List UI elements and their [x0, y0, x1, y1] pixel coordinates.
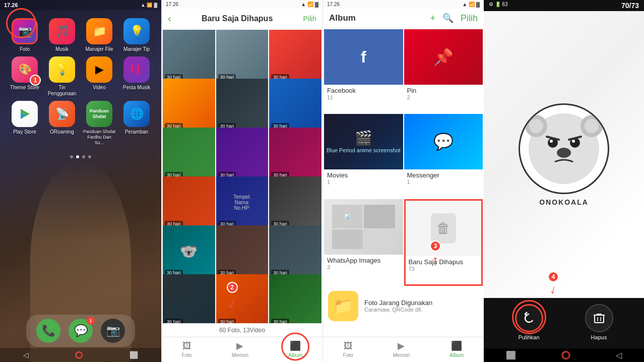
- app-icon-musik[interactable]: 🎵: [49, 18, 75, 44]
- deleted-header: ‹ Baru Saja Dihapus Pilih: [162, 9, 323, 29]
- restore-pulihkan[interactable]: Pulihkan: [515, 304, 543, 340]
- memori-icon-p3: ▶: [398, 340, 405, 351]
- app-icon-pesta-musik[interactable]: [123, 56, 150, 83]
- home-nav-back[interactable]: ◁: [23, 351, 29, 359]
- photo-thumb-7[interactable]: 30 hari: [163, 128, 215, 180]
- app-item-penggunaan[interactable]: 💡 Tin Penggunaan: [45, 56, 79, 97]
- album-item-pin[interactable]: 📌 Pin 2: [404, 29, 483, 113]
- nav-foto-panel2[interactable]: 🖼 Foto: [182, 341, 192, 358]
- album-item-whatsapp[interactable]: 📊 WhatsApp Images 3: [324, 199, 403, 286]
- app-item-oroaming[interactable]: 📡 ORoaming: [45, 101, 79, 145]
- restore-image-area: ONOKOALA: [484, 11, 644, 298]
- nav-album-panel2[interactable]: ⬛ Album: [288, 340, 302, 358]
- photo-thumb-1[interactable]: 30 hari: [163, 30, 215, 82]
- status-bar-panel2: 17.26 ▲ 📶 ▓: [162, 0, 323, 9]
- photo-thumb-16[interactable]: 30 hari: [163, 274, 215, 323]
- app-icon-manajer-tip[interactable]: 💡: [123, 18, 150, 44]
- hapus-label: Hapus: [591, 334, 607, 340]
- app-icon-theme-store[interactable]: 🎨 1: [12, 56, 38, 83]
- photo-thumb-8[interactable]: 30 hari: [216, 128, 269, 180]
- restore-status-bar: ⚙ 🔋 63 70/73: [484, 0, 644, 11]
- album-thumb-facebook: f: [324, 29, 403, 85]
- nav-album-panel3[interactable]: ⬛ Album: [449, 340, 464, 358]
- app-item-shalat[interactable]: PanduanShalat Panduan Sholat Fardhu Dan …: [83, 101, 116, 145]
- app-icon-peramban[interactable]: 🌐: [123, 101, 150, 127]
- app-icon-oroaming[interactable]: 📡: [49, 101, 75, 127]
- album-grid: f Facebook 11 📌 Pin 2 🎬 Blue Period anim…: [323, 28, 484, 337]
- app-icon-manajer-file[interactable]: 📁: [86, 18, 112, 44]
- home-nav-recent[interactable]: ⬜: [130, 351, 138, 359]
- hapus-svg: [593, 312, 605, 324]
- nav-foto-panel3[interactable]: 🖼 Foto: [343, 341, 353, 358]
- app-item-video[interactable]: ▶ Video: [83, 56, 116, 97]
- app-icon-penggunaan[interactable]: 💡: [49, 56, 75, 83]
- photo-thumb-9[interactable]: 30 hari: [269, 128, 321, 180]
- restore-nav-recent[interactable]: ⬜: [506, 350, 516, 360]
- album-item-baru[interactable]: 🗑 Baru Saja Dihapus 73: [404, 199, 483, 286]
- photo-thumb-3[interactable]: 30 hari: [269, 30, 321, 82]
- pilih-album-button[interactable]: Pilih: [461, 13, 478, 24]
- hapus-icon[interactable]: [585, 304, 613, 332]
- photo-thumb-6[interactable]: 30 hari: [269, 79, 321, 131]
- app-item-foto[interactable]: 📷 Foto: [8, 18, 41, 52]
- app-item-peramban[interactable]: 🌐 Peramban: [120, 101, 153, 145]
- panel-album: 17.26 ▲ 📶 ▓ Album + 🔍 Pilih f Facebook 1…: [323, 0, 484, 362]
- photo-thumb-5[interactable]: 30 hari: [216, 79, 269, 131]
- restore-hapus[interactable]: Hapus: [585, 304, 613, 340]
- photo-thumb-13[interactable]: 🐨 30 hari: [163, 225, 215, 278]
- dot-3: [82, 155, 85, 158]
- pilih-button[interactable]: Pilih: [303, 15, 316, 23]
- foto-icon-p3: 🖼: [344, 341, 353, 351]
- nav-memori-panel2[interactable]: ▶ Memori: [232, 340, 248, 358]
- photo-thumb-4[interactable]: 30 hari: [163, 79, 215, 131]
- back-button[interactable]: ‹: [168, 13, 171, 24]
- app-item-play-store[interactable]: Play Store: [8, 101, 41, 145]
- photo-thumb-18[interactable]: 30 hari: [269, 274, 321, 323]
- album-item-movies[interactable]: 🎬 Blue Period anime screenshot Movies 1: [324, 114, 403, 198]
- photo-thumb-2[interactable]: 30 hari: [216, 30, 269, 82]
- app-grid: 📷 Foto 🎵 Musik 📁 Manajer File 💡 Manajer …: [0, 12, 161, 151]
- album-title: Album: [329, 13, 356, 23]
- app-item-manajer-file[interactable]: 📁 Manajer File: [83, 18, 116, 52]
- dock-messages[interactable]: 💬 1: [69, 319, 93, 343]
- bottom-nav-panel3: 🖼 Foto ▶ Memori ⬛ Album: [323, 337, 484, 362]
- photo-thumb-15[interactable]: 30 hari: [269, 225, 321, 278]
- svg-point-11: [572, 140, 575, 143]
- restore-status-icons: ⚙ 🔋 63: [489, 2, 508, 10]
- status-time2: 17.26: [166, 2, 178, 7]
- album-item-foto-jarang[interactable]: 📁 Foto Jarang Digunakan Caramiaw, QRCode…: [324, 287, 483, 336]
- app-item-manajer-tip[interactable]: 💡 Manajer Tip: [120, 18, 153, 52]
- album-item-messenger[interactable]: 💬 Messenger 1: [404, 114, 483, 198]
- search-album-button[interactable]: 🔍: [442, 13, 454, 24]
- nav-memori-panel3[interactable]: ▶ Memori: [393, 340, 410, 358]
- photo-thumb-14[interactable]: 30 hari: [216, 225, 269, 278]
- restore-icon[interactable]: [515, 304, 543, 332]
- photo-thumb-10[interactable]: 30 hari: [163, 176, 215, 229]
- restore-bottom-area: Pulihkan Hapus: [484, 298, 644, 348]
- dock-phone[interactable]: 📞: [36, 319, 60, 343]
- album-item-facebook[interactable]: f Facebook 11: [324, 29, 403, 113]
- app-item-musik[interactable]: 🎵 Musik: [45, 18, 79, 52]
- restore-nav-home[interactable]: ⭕: [561, 350, 571, 360]
- album-subtext-foto-jarang: Caramiaw, QRCode dll.: [364, 307, 432, 313]
- app-icon-play-store[interactable]: [12, 101, 38, 127]
- app-icon-shalat[interactable]: PanduanShalat: [86, 101, 112, 127]
- app-icon-foto[interactable]: 📷: [12, 18, 38, 44]
- photo-thumb-17[interactable]: 30 hari: [216, 274, 269, 323]
- app-icon-video[interactable]: ▶: [86, 56, 112, 83]
- step1-badge: 1: [30, 75, 41, 86]
- app-item-theme-store[interactable]: 🎨 1 Theme Store: [8, 56, 41, 97]
- add-album-button[interactable]: +: [430, 13, 435, 24]
- app-item-pesta-musik[interactable]: Pesta Musik: [120, 56, 153, 97]
- dock-camera[interactable]: 📷: [101, 319, 125, 343]
- restore-label: Pulihkan: [518, 334, 539, 340]
- messages-badge: 1: [87, 317, 95, 325]
- photo-thumb-12[interactable]: 30 hari: [269, 176, 321, 229]
- home-nav-home[interactable]: ⭕: [75, 351, 83, 359]
- photo-thumb-11[interactable]: Tempel.Nama:No.HP: 30 hari: [216, 176, 269, 229]
- album-info-facebook: Facebook 11: [324, 85, 403, 102]
- home-nav-bar: ◁ ⭕ ⬜: [0, 348, 161, 362]
- koala-logo-container: ONOKOALA: [519, 103, 609, 206]
- restore-nav-back[interactable]: ◁: [616, 350, 622, 360]
- album-info-pin: Pin 2: [404, 85, 483, 102]
